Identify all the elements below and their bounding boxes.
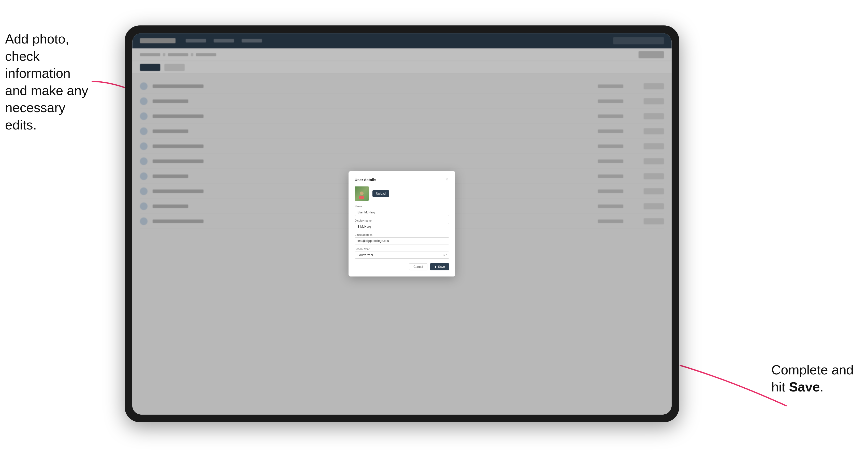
photo-section: Upload: [354, 186, 449, 201]
person-silhouette: [359, 191, 364, 199]
display-name-field-group: Display name: [354, 219, 449, 230]
school-year-field-group: School Year First Year Second Year Third…: [354, 248, 449, 259]
email-field-group: Email address: [354, 233, 449, 244]
person-head: [360, 191, 364, 195]
name-label: Name: [354, 205, 449, 208]
save-button-label: Save: [438, 265, 445, 269]
person-body: [359, 196, 364, 199]
photo-image: [354, 186, 369, 201]
tablet-screen: User details × Upload: [132, 33, 672, 414]
display-name-input[interactable]: [354, 223, 449, 230]
school-year-label: School Year: [354, 248, 449, 251]
email-input[interactable]: [354, 237, 449, 244]
cancel-button[interactable]: Cancel: [409, 263, 427, 270]
user-details-modal: User details × Upload: [348, 171, 455, 277]
modal-title: User details: [354, 178, 376, 182]
chevron-down-icon: ⌃: [446, 254, 448, 257]
name-input[interactable]: [354, 209, 449, 216]
upload-photo-button[interactable]: Upload: [372, 190, 389, 197]
modal-close-button[interactable]: ×: [445, 177, 449, 182]
select-icons: × ⌃: [443, 254, 448, 257]
select-clear-icon[interactable]: ×: [443, 254, 445, 257]
user-photo-thumbnail: [354, 186, 369, 201]
email-label: Email address: [354, 233, 449, 236]
modal-overlay: User details × Upload: [132, 33, 672, 414]
save-icon: ⬆: [434, 265, 437, 269]
tablet: User details × Upload: [125, 25, 679, 422]
save-button[interactable]: ⬆ Save: [430, 263, 449, 270]
school-year-select[interactable]: First Year Second Year Third Year Fourth…: [354, 252, 449, 259]
modal-footer: Cancel ⬆ Save: [354, 263, 449, 270]
display-name-label: Display name: [354, 219, 449, 222]
name-field-group: Name: [354, 205, 449, 216]
modal-header: User details ×: [354, 177, 449, 182]
school-year-select-wrapper: First Year Second Year Third Year Fourth…: [354, 252, 449, 259]
